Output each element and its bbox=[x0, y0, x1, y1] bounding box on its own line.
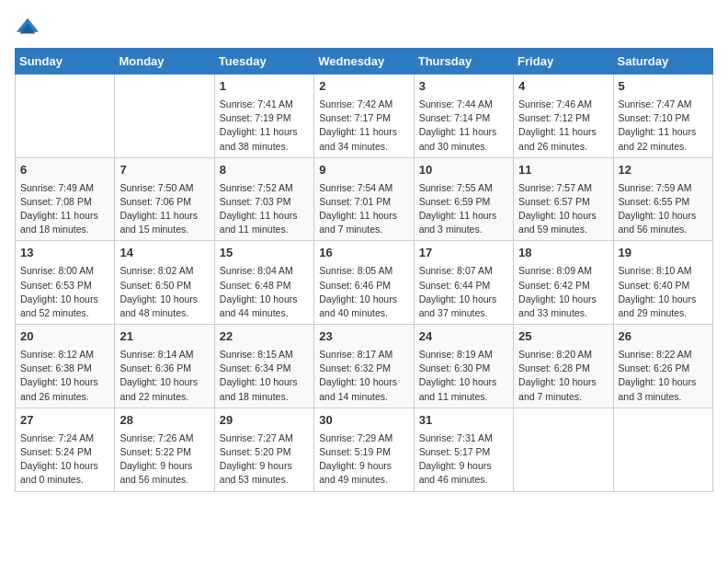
day-number: 2 bbox=[319, 78, 408, 96]
day-number: 11 bbox=[518, 162, 608, 179]
day-cell-5: 5Sunrise: 7:47 AM Sunset: 7:10 PM Daylig… bbox=[613, 75, 712, 158]
day-content: Sunrise: 7:26 AM Sunset: 5:22 PM Dayligh… bbox=[119, 431, 209, 488]
day-number: 23 bbox=[319, 328, 408, 346]
day-number: 18 bbox=[518, 245, 608, 262]
day-cell-16: 16Sunrise: 8:05 AM Sunset: 6:46 PM Dayli… bbox=[314, 241, 414, 325]
day-cell-27: 27Sunrise: 7:24 AM Sunset: 5:24 PM Dayli… bbox=[16, 408, 115, 491]
day-content: Sunrise: 8:20 AM Sunset: 6:28 PM Dayligh… bbox=[518, 348, 608, 404]
day-content: Sunrise: 7:42 AM Sunset: 7:17 PM Dayligh… bbox=[319, 98, 408, 154]
day-content: Sunrise: 8:10 AM Sunset: 6:40 PM Dayligh… bbox=[619, 264, 708, 320]
empty-cell bbox=[514, 408, 613, 491]
day-content: Sunrise: 8:15 AM Sunset: 6:34 PM Dayligh… bbox=[220, 348, 309, 404]
day-content: Sunrise: 8:07 AM Sunset: 6:44 PM Dayligh… bbox=[419, 264, 508, 320]
day-cell-29: 29Sunrise: 7:27 AM Sunset: 5:20 PM Dayli… bbox=[214, 408, 313, 491]
day-content: Sunrise: 7:24 AM Sunset: 5:24 PM Dayligh… bbox=[20, 431, 109, 488]
day-cell-10: 10Sunrise: 7:55 AM Sunset: 6:59 PM Dayli… bbox=[414, 157, 513, 241]
day-number: 4 bbox=[518, 78, 608, 96]
day-number: 3 bbox=[419, 78, 508, 96]
day-content: Sunrise: 7:47 AM Sunset: 7:10 PM Dayligh… bbox=[619, 98, 708, 154]
column-header-thursday: Thursday bbox=[414, 49, 513, 75]
day-number: 26 bbox=[619, 328, 708, 346]
day-number: 29 bbox=[220, 412, 309, 430]
day-number: 20 bbox=[20, 328, 109, 346]
day-number: 7 bbox=[119, 162, 209, 179]
day-content: Sunrise: 8:19 AM Sunset: 6:30 PM Dayligh… bbox=[419, 348, 508, 404]
day-content: Sunrise: 7:59 AM Sunset: 6:55 PM Dayligh… bbox=[619, 181, 708, 237]
day-cell-22: 22Sunrise: 8:15 AM Sunset: 6:34 PM Dayli… bbox=[214, 325, 313, 408]
day-number: 28 bbox=[119, 412, 209, 430]
day-number: 21 bbox=[119, 328, 209, 346]
day-number: 6 bbox=[20, 162, 109, 179]
day-cell-23: 23Sunrise: 8:17 AM Sunset: 6:32 PM Dayli… bbox=[314, 325, 414, 408]
day-content: Sunrise: 7:29 AM Sunset: 5:19 PM Dayligh… bbox=[319, 431, 408, 488]
day-number: 30 bbox=[319, 412, 408, 430]
day-content: Sunrise: 8:14 AM Sunset: 6:36 PM Dayligh… bbox=[119, 348, 209, 404]
empty-cell bbox=[16, 75, 115, 158]
column-header-sunday: Sunday bbox=[16, 49, 115, 75]
day-number: 19 bbox=[619, 245, 708, 262]
day-number: 17 bbox=[419, 245, 508, 262]
day-cell-19: 19Sunrise: 8:10 AM Sunset: 6:40 PM Dayli… bbox=[613, 241, 712, 325]
day-cell-7: 7Sunrise: 7:50 AM Sunset: 7:06 PM Daylig… bbox=[115, 157, 214, 241]
day-cell-14: 14Sunrise: 8:02 AM Sunset: 6:50 PM Dayli… bbox=[115, 241, 214, 325]
day-cell-1: 1Sunrise: 7:41 AM Sunset: 7:19 PM Daylig… bbox=[214, 75, 313, 158]
day-cell-28: 28Sunrise: 7:26 AM Sunset: 5:22 PM Dayli… bbox=[115, 408, 214, 491]
day-number: 16 bbox=[319, 245, 408, 262]
day-cell-17: 17Sunrise: 8:07 AM Sunset: 6:44 PM Dayli… bbox=[414, 241, 513, 325]
week-row-5: 27Sunrise: 7:24 AM Sunset: 5:24 PM Dayli… bbox=[16, 408, 713, 491]
day-content: Sunrise: 7:41 AM Sunset: 7:19 PM Dayligh… bbox=[220, 98, 309, 154]
day-content: Sunrise: 8:05 AM Sunset: 6:46 PM Dayligh… bbox=[319, 264, 408, 320]
day-cell-2: 2Sunrise: 7:42 AM Sunset: 7:17 PM Daylig… bbox=[314, 75, 414, 158]
empty-cell bbox=[115, 75, 214, 158]
day-content: Sunrise: 8:09 AM Sunset: 6:42 PM Dayligh… bbox=[518, 264, 608, 320]
day-number: 9 bbox=[319, 162, 408, 179]
day-cell-4: 4Sunrise: 7:46 AM Sunset: 7:12 PM Daylig… bbox=[514, 75, 613, 158]
day-content: Sunrise: 7:52 AM Sunset: 7:03 PM Dayligh… bbox=[220, 181, 309, 237]
column-header-monday: Monday bbox=[115, 49, 214, 75]
day-number: 14 bbox=[119, 245, 209, 262]
day-number: 25 bbox=[518, 328, 608, 346]
day-content: Sunrise: 8:04 AM Sunset: 6:48 PM Dayligh… bbox=[220, 264, 309, 320]
column-header-friday: Friday bbox=[514, 49, 613, 75]
calendar-table: SundayMondayTuesdayWednesdayThursdayFrid… bbox=[15, 48, 713, 492]
day-content: Sunrise: 8:12 AM Sunset: 6:38 PM Dayligh… bbox=[20, 348, 109, 404]
week-row-4: 20Sunrise: 8:12 AM Sunset: 6:38 PM Dayli… bbox=[16, 325, 713, 408]
day-number: 8 bbox=[220, 162, 309, 179]
day-cell-8: 8Sunrise: 7:52 AM Sunset: 7:03 PM Daylig… bbox=[214, 157, 313, 241]
empty-cell bbox=[613, 408, 712, 491]
day-cell-24: 24Sunrise: 8:19 AM Sunset: 6:30 PM Dayli… bbox=[414, 325, 513, 408]
day-cell-31: 31Sunrise: 7:31 AM Sunset: 5:17 PM Dayli… bbox=[414, 408, 513, 491]
day-number: 24 bbox=[419, 328, 508, 346]
header-row: SundayMondayTuesdayWednesdayThursdayFrid… bbox=[16, 49, 713, 75]
week-row-3: 13Sunrise: 8:00 AM Sunset: 6:53 PM Dayli… bbox=[16, 241, 713, 325]
day-cell-13: 13Sunrise: 8:00 AM Sunset: 6:53 PM Dayli… bbox=[16, 241, 115, 325]
day-number: 1 bbox=[220, 78, 309, 96]
day-number: 10 bbox=[419, 162, 508, 179]
day-number: 22 bbox=[220, 328, 309, 346]
day-cell-15: 15Sunrise: 8:04 AM Sunset: 6:48 PM Dayli… bbox=[214, 241, 313, 325]
column-header-wednesday: Wednesday bbox=[314, 49, 414, 75]
day-content: Sunrise: 7:57 AM Sunset: 6:57 PM Dayligh… bbox=[518, 181, 608, 237]
week-row-2: 6Sunrise: 7:49 AM Sunset: 7:08 PM Daylig… bbox=[16, 157, 713, 241]
day-content: Sunrise: 8:17 AM Sunset: 6:32 PM Dayligh… bbox=[319, 348, 408, 404]
day-cell-21: 21Sunrise: 8:14 AM Sunset: 6:36 PM Dayli… bbox=[115, 325, 214, 408]
day-content: Sunrise: 8:00 AM Sunset: 6:53 PM Dayligh… bbox=[20, 264, 109, 320]
day-number: 31 bbox=[419, 412, 508, 430]
day-cell-9: 9Sunrise: 7:54 AM Sunset: 7:01 PM Daylig… bbox=[314, 157, 414, 241]
day-cell-25: 25Sunrise: 8:20 AM Sunset: 6:28 PM Dayli… bbox=[514, 325, 613, 408]
day-content: Sunrise: 7:50 AM Sunset: 7:06 PM Dayligh… bbox=[119, 181, 209, 237]
day-number: 13 bbox=[20, 245, 109, 262]
logo-icon bbox=[15, 15, 40, 40]
week-row-1: 1Sunrise: 7:41 AM Sunset: 7:19 PM Daylig… bbox=[16, 75, 713, 158]
day-content: Sunrise: 7:49 AM Sunset: 7:08 PM Dayligh… bbox=[20, 181, 109, 237]
column-header-saturday: Saturday bbox=[613, 49, 712, 75]
day-cell-11: 11Sunrise: 7:57 AM Sunset: 6:57 PM Dayli… bbox=[514, 157, 613, 241]
day-cell-12: 12Sunrise: 7:59 AM Sunset: 6:55 PM Dayli… bbox=[613, 157, 712, 241]
day-content: Sunrise: 7:54 AM Sunset: 7:01 PM Dayligh… bbox=[319, 181, 408, 237]
day-cell-6: 6Sunrise: 7:49 AM Sunset: 7:08 PM Daylig… bbox=[16, 157, 115, 241]
day-content: Sunrise: 7:44 AM Sunset: 7:14 PM Dayligh… bbox=[419, 98, 508, 154]
day-content: Sunrise: 8:02 AM Sunset: 6:50 PM Dayligh… bbox=[119, 264, 209, 320]
day-content: Sunrise: 7:31 AM Sunset: 5:17 PM Dayligh… bbox=[419, 431, 508, 488]
day-cell-30: 30Sunrise: 7:29 AM Sunset: 5:19 PM Dayli… bbox=[314, 408, 414, 491]
page-header bbox=[15, 15, 713, 40]
